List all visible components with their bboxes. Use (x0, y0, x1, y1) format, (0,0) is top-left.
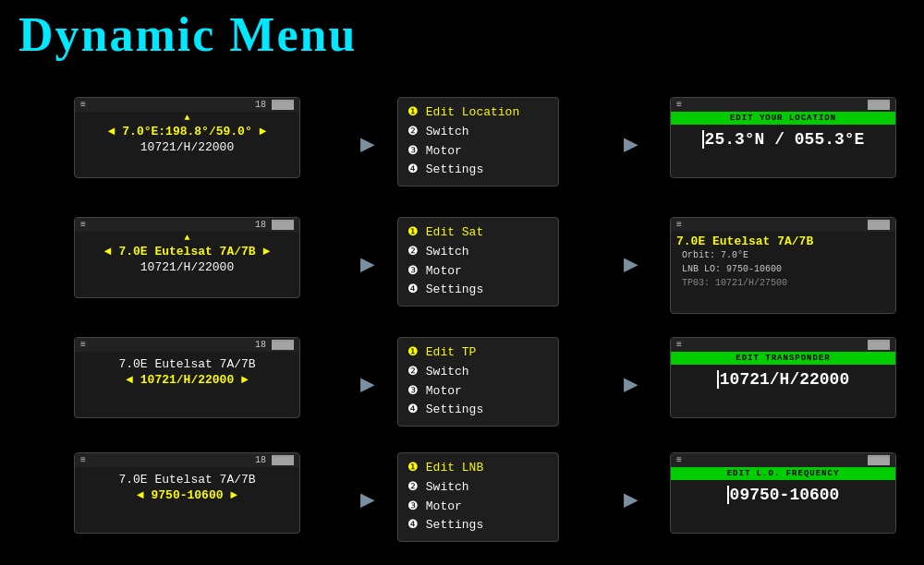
arrow-to-menu-1: ▶ (360, 129, 375, 159)
menu-4-item-1[interactable]: ❶ Edit LNB (407, 459, 549, 478)
menu-1-item-4[interactable]: ❹ Settings (407, 161, 549, 180)
hamburger-icon-l2: ≡ (80, 220, 86, 230)
hamburger-icon-l1: ≡ (80, 100, 86, 110)
arrow-to-right-4: ▶ (624, 485, 638, 514)
page-title: Dynamic Menu (18, 7, 357, 62)
menu-1-item-1[interactable]: ❶ Edit Location (407, 103, 549, 123)
green-label-r4: EDIT L.O. FREQUENCY (671, 467, 895, 480)
screen-l3-row2: ◄ 10721/H/22000 ► (82, 373, 292, 387)
hamburger-icon-l3: ≡ (80, 340, 86, 350)
menu-panel-4: ❶ Edit LNB ❷ Switch ❸ Motor ❹ Settings (397, 452, 559, 542)
arrow-to-menu-3: ▶ (360, 369, 375, 399)
menu-panel-2: ❶ Edit Sat ❷ Switch ❸ Motor ❹ Settings (397, 217, 559, 307)
menu-3-item-1[interactable]: ❶ Edit TP (407, 343, 549, 363)
menu-2-item-2[interactable]: ❷ Switch (407, 243, 549, 262)
right-screen-4: ≡ ▓▓▓▓ EDIT L.O. FREQUENCY 09750-10600 (670, 452, 896, 534)
hamburger-icon-r1: ≡ (676, 100, 682, 110)
battery-status-r4: ▓▓▓▓ (868, 455, 890, 465)
arrow-to-right-3: ▶ (624, 369, 638, 399)
battery-status-r3: ▓▓▓▓ (868, 340, 890, 350)
menu-4-item-3[interactable]: ❸ Motor (407, 498, 549, 517)
right-screen-title-r2: 7.0E Eutelsat 7A/7B (676, 234, 890, 248)
right-screen-value-r4: 09750-10600 (671, 480, 895, 506)
hamburger-icon-r3: ≡ (676, 340, 682, 350)
left-screen-2: ≡ 18 ▓▓▓▓ ▲ ◄ 7.0E Eutelsat 7A/7B ► 1072… (74, 217, 300, 298)
left-screen-1: ≡ 18 ▓▓▓▓ ▲ ◄ 7.0°E:198.8°/59.0° ► 10721… (74, 97, 300, 178)
screen-l3-row1: 7.0E Eutelsat 7A/7B (82, 357, 292, 371)
left-screen-3: ≡ 18 ▓▓▓▓ 7.0E Eutelsat 7A/7B ◄ 10721/H/… (74, 337, 300, 418)
menu-3-item-3[interactable]: ❸ Motor (407, 382, 549, 402)
menu-3-item-4[interactable]: ❹ Settings (407, 401, 549, 420)
menu-1-item-2[interactable]: ❷ Switch (407, 123, 549, 142)
menu-4-item-4[interactable]: ❹ Settings (407, 516, 549, 535)
menu-3-item-2[interactable]: ❷ Switch (407, 363, 549, 382)
right-screen-3: ≡ ▓▓▓▓ EDIT TRANSPONDER 10721/H/22000 (670, 337, 896, 418)
right-screen-2: ≡ ▓▓▓▓ 7.0E Eutelsat 7A/7B Orbit: 7.0°E … (670, 217, 896, 314)
right-screen-value-r3: 10721/H/22000 (671, 365, 895, 391)
right-screen-sub3-r2: TP03: 10721/H/27500 (676, 276, 890, 290)
menu-2-item-3[interactable]: ❸ Motor (407, 262, 549, 282)
battery-status-r2: ▓▓▓▓ (868, 220, 890, 230)
arrow-to-menu-2: ▶ (360, 249, 375, 279)
hamburger-icon-r2: ≡ (676, 220, 682, 230)
menu-panel-1: ❶ Edit Location ❷ Switch ❸ Motor ❹ Setti… (397, 97, 559, 186)
battery-status-l1: 18 ▓▓▓▓ (255, 100, 294, 110)
arrow-to-menu-4: ▶ (360, 485, 375, 514)
hamburger-icon-r4: ≡ (676, 455, 682, 465)
right-screen-sub2-r2: LNB LO: 9750-10600 (676, 262, 890, 276)
arrow-to-right-2: ▶ (624, 249, 638, 279)
screen-l1-row2: 10721/H/22000 (82, 140, 292, 154)
menu-2-item-4[interactable]: ❹ Settings (407, 281, 549, 300)
green-label-r3: EDIT TRANSPONDER (671, 352, 895, 365)
right-screen-value-r1: 25.3°N / 055.3°E (671, 125, 895, 150)
battery-status-r1: ▓▓▓▓ (868, 100, 890, 110)
screen-l4-row2: ◄ 9750-10600 ► (82, 488, 292, 502)
green-label-r1: EDIT YOUR LOCATION (671, 112, 895, 125)
screen-l1-row1: ◄ 7.0°E:198.8°/59.0° ► (82, 125, 292, 138)
menu-1-item-3[interactable]: ❸ Motor (407, 142, 549, 162)
battery-status-l2: 18 ▓▓▓▓ (255, 220, 294, 230)
screen-l2-row2: 10721/H/22000 (82, 260, 292, 274)
arrow-up-l1: ▲ (82, 114, 292, 123)
right-screen-1: ≡ ▓▓▓▓ EDIT YOUR LOCATION 25.3°N / 055.3… (670, 97, 896, 178)
menu-2-item-1[interactable]: ❶ Edit Sat (407, 223, 549, 243)
arrow-to-right-1: ▶ (624, 129, 638, 159)
right-screen-sub1-r2: Orbit: 7.0°E (676, 248, 890, 262)
left-screen-4: ≡ 18 ▓▓▓▓ 7.0E Eutelsat 7A/7B ◄ 9750-106… (74, 452, 300, 534)
hamburger-icon-l4: ≡ (80, 455, 86, 465)
arrow-up-l2: ▲ (82, 234, 292, 243)
screen-l4-row1: 7.0E Eutelsat 7A/7B (82, 473, 292, 487)
battery-status-l3: 18 ▓▓▓▓ (255, 340, 294, 350)
screen-l2-row1: ◄ 7.0E Eutelsat 7A/7B ► (82, 245, 292, 258)
menu-panel-3: ❶ Edit TP ❷ Switch ❸ Motor ❹ Settings (397, 337, 559, 427)
menu-4-item-2[interactable]: ❷ Switch (407, 478, 549, 498)
battery-status-l4: 18 ▓▓▓▓ (255, 455, 294, 465)
